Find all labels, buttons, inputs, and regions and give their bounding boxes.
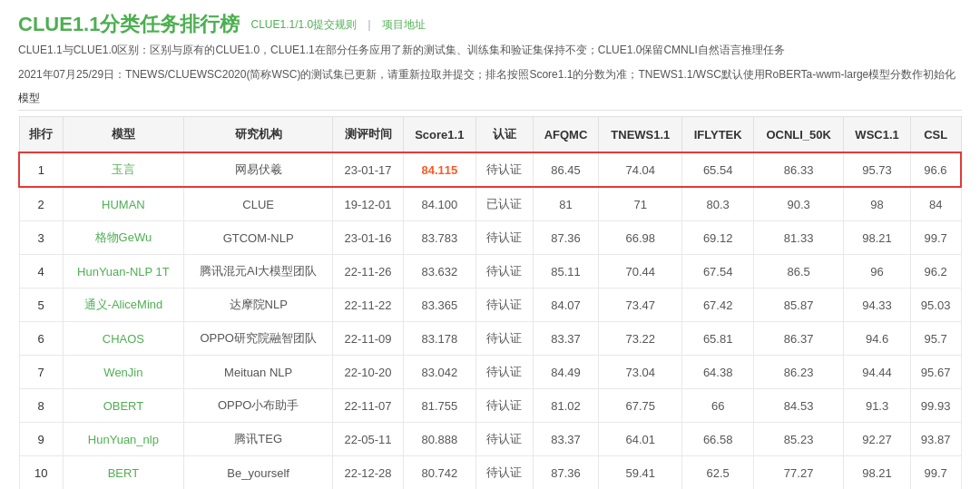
cell-date: 22-11-22 [333,289,404,322]
page-wrapper: CLUE1.1分类任务排行榜 CLUE1.1/1.0提交规则 ｜ 项目地址 CL… [0,0,980,489]
cell-cert: 待认证 [475,322,533,356]
col-iflytek: IFLYTEK [682,117,754,153]
cell-wsc: 96 [844,255,910,289]
cell-ocnli: 85.23 [753,423,843,456]
header-row-tr: 排行 模型 研究机构 测评时间 Score1.1 认证 AFQMC TNEWS1… [19,117,961,153]
cell-model: HUMAN [63,187,183,221]
table-row: 6CHAOSOPPO研究院融智团队22-11-0983.178待认证83.377… [19,322,961,356]
header-links: CLUE1.1/1.0提交规则 ｜ 项目地址 [250,17,426,33]
cell-cert: 待认证 [475,289,533,322]
cell-wsc: 94.44 [844,356,910,389]
cell-iflytek: 80.3 [682,187,754,221]
cell-afqmc: 85.11 [533,255,599,289]
cell-org: 腾讯TEG [184,423,333,456]
model-link[interactable]: OBERT [103,399,144,413]
description-2: 2021年07月25/29日：TNEWS/CLUEWSC2020(简称WSC)的… [18,66,962,83]
cell-csl: 99.93 [910,389,961,423]
cell-org: Be_yourself [184,456,333,489]
cell-cert: 已认证 [475,187,533,221]
cell-tnews: 71 [599,187,682,221]
cell-ocnli: 86.37 [753,322,843,356]
cell-score: 84.100 [403,187,475,221]
cell-tnews: 73.22 [599,322,682,356]
model-link[interactable]: WenJin [103,366,142,379]
cell-org: 达摩院NLP [184,289,333,322]
model-link[interactable]: HUMAN [102,198,145,211]
cell-iflytek: 65.81 [682,322,754,356]
cell-cert: 待认证 [475,456,533,489]
cell-wsc: 94.6 [844,322,910,356]
cell-org: OPPO小布助手 [184,389,333,423]
model-link[interactable]: 通义-AliceMind [84,298,163,311]
table-header: 排行 模型 研究机构 测评时间 Score1.1 认证 AFQMC TNEWS1… [19,117,961,153]
cell-afqmc: 87.36 [533,221,599,255]
col-cert: 认证 [475,117,533,153]
cell-wsc: 98 [844,187,910,221]
page-title: CLUE1.1分类任务排行榜 [18,11,240,38]
cell-model: HunYuan_nlp [63,423,183,456]
cell-iflytek: 64.38 [682,356,754,389]
col-csl: CSL [910,117,961,153]
description-1: CLUE1.1与CLUE1.0区别：区别与原有的CLUE1.0，CLUE1.1在… [18,42,962,59]
cell-wsc: 98.21 [844,456,910,489]
table-row: 2HUMANCLUE19-12-0184.100已认证817180.390.39… [19,187,961,221]
cell-csl: 96.6 [910,152,961,187]
col-afqmc: AFQMC [533,117,599,153]
cell-date: 22-11-09 [333,322,404,356]
table-row: 4HunYuan-NLP 1T腾讯混元AI大模型团队22-11-2683.632… [19,255,961,289]
cell-ocnli: 81.33 [753,221,843,255]
col-ocnli: OCNLI_50K [753,117,843,153]
cell-wsc: 91.3 [844,389,910,423]
model-link[interactable]: HunYuan_nlp [88,433,159,446]
cell-rank: 2 [19,187,63,221]
cell-tnews: 64.01 [599,423,682,456]
cell-org: OPPO研究院融智团队 [184,322,333,356]
cell-ocnli: 84.53 [753,389,843,423]
cell-tnews: 66.98 [599,221,682,255]
model-link[interactable]: HunYuan-NLP 1T [77,265,170,279]
submit-rules-link[interactable]: CLUE1.1/1.0提交规则 [250,17,357,33]
cell-csl: 95.7 [910,322,961,356]
cell-tnews: 59.41 [599,456,682,489]
col-tnews: TNEWS1.1 [599,117,682,153]
cell-score: 83.042 [403,356,475,389]
cell-ocnli: 86.23 [753,356,843,389]
cell-cert: 待认证 [475,389,533,423]
cell-score: 84.115 [403,152,475,187]
cell-afqmc: 87.36 [533,456,599,489]
cell-rank: 7 [19,356,63,389]
cell-ocnli: 77.27 [753,456,843,489]
model-link[interactable]: 玉言 [112,162,135,176]
leaderboard-table: 排行 模型 研究机构 测评时间 Score1.1 认证 AFQMC TNEWS1… [18,116,962,489]
model-link[interactable]: CHAOS [103,332,144,346]
cell-iflytek: 62.5 [682,456,754,489]
col-model: 模型 [63,117,183,153]
cell-model: OBERT [63,389,183,423]
cell-date: 22-05-11 [333,423,404,456]
cell-afqmc: 84.49 [533,356,599,389]
cell-rank: 1 [19,152,63,187]
cell-date: 19-12-01 [333,187,404,221]
cell-score: 80.742 [403,456,475,489]
cell-afqmc: 83.37 [533,423,599,456]
divider [18,110,962,111]
cell-csl: 96.2 [910,255,961,289]
cell-score: 80.888 [403,423,475,456]
cell-csl: 95.03 [910,289,961,322]
cell-model: 玉言 [63,152,183,187]
project-link[interactable]: 项目地址 [382,17,426,33]
model-link[interactable]: 格物GeWu [95,230,152,244]
cell-tnews: 74.04 [599,152,682,187]
cell-iflytek: 67.54 [682,255,754,289]
cell-model: BERT [63,456,183,489]
table-body: 1玉言网易伏羲23-01-1784.115待认证86.4574.0465.548… [19,152,961,489]
cell-ocnli: 90.3 [753,187,843,221]
cell-afqmc: 84.07 [533,289,599,322]
cell-date: 23-01-16 [333,221,404,255]
cell-model: HunYuan-NLP 1T [63,255,183,289]
cell-score: 83.783 [403,221,475,255]
model-link[interactable]: BERT [108,466,139,480]
cell-csl: 99.7 [910,456,961,489]
cell-wsc: 98.21 [844,221,910,255]
col-wsc: WSC1.1 [844,117,910,153]
